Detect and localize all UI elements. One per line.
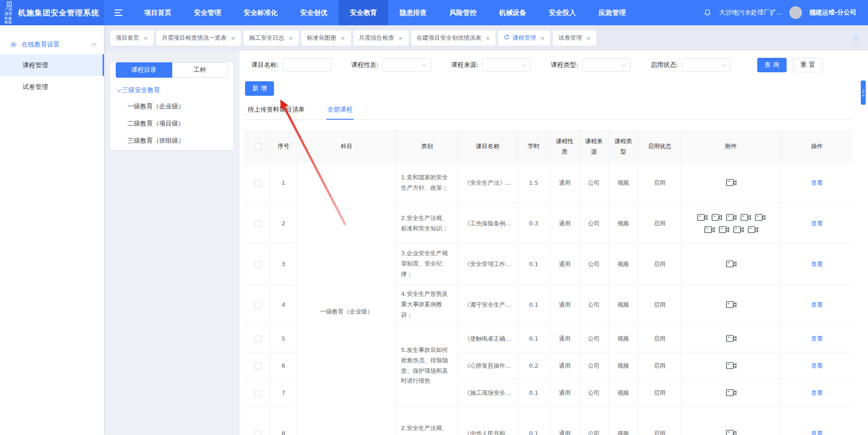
- view-link[interactable]: 查看: [811, 362, 823, 369]
- nav-item-安全标准化[interactable]: 安全标准化: [232, 0, 289, 25]
- nav-item-隐患排查[interactable]: 隐患排查: [388, 0, 438, 25]
- search-button[interactable]: 查 询: [757, 58, 786, 72]
- nav-item-安全教育[interactable]: 安全教育: [339, 0, 388, 25]
- nav-item-安全创优[interactable]: 安全创优: [289, 0, 339, 25]
- video-camera-icon[interactable]: [726, 388, 737, 398]
- drag-handle-icon[interactable]: [861, 80, 866, 105]
- sidebar-item-试卷管理[interactable]: 试卷管理: [0, 76, 104, 98]
- nav-item-机械设备[interactable]: 机械设备: [488, 0, 538, 25]
- reset-button[interactable]: 重 置: [793, 58, 823, 72]
- filter-select[interactable]: [582, 58, 631, 72]
- close-icon[interactable]: ×: [340, 35, 345, 41]
- catalog-tab-课程目录[interactable]: 课程目录: [116, 62, 172, 78]
- row-checkbox[interactable]: [255, 261, 261, 268]
- sidebar-group-online-education[interactable]: 在线教育设置: [0, 35, 104, 54]
- row-checkbox[interactable]: [255, 363, 261, 370]
- row-checkbox[interactable]: [255, 302, 261, 309]
- close-icon[interactable]: ×: [143, 35, 148, 41]
- video-camera-icon[interactable]: [726, 334, 737, 343]
- video-camera-icon[interactable]: [726, 429, 737, 435]
- workspace-tab-施工安全日志[interactable]: 施工安全日志×: [244, 30, 299, 46]
- video-camera-icon[interactable]: [733, 225, 744, 234]
- video-camera-icon[interactable]: [726, 361, 737, 370]
- chevron-up-icon: [91, 43, 96, 48]
- content-tab-全部课程[interactable]: 全部课程: [326, 101, 354, 120]
- tree-node[interactable]: 二级教育（项目级）: [118, 115, 226, 132]
- cell-type: 视频: [609, 379, 638, 407]
- workspace-tab-label: 课程管理: [512, 34, 536, 42]
- workspace-tab-在建项目安全创优情况表[interactable]: 在建项目安全创优情况表×: [411, 30, 496, 46]
- nav-item-安全管理[interactable]: 安全管理: [183, 0, 232, 25]
- cell-type: 视频: [609, 407, 638, 435]
- catalog-tab-工种[interactable]: 工种: [172, 62, 228, 78]
- workspace-tab-项目首页[interactable]: 项目首页×: [110, 30, 154, 46]
- filter-input[interactable]: [283, 58, 331, 72]
- row-checkbox[interactable]: [255, 220, 261, 227]
- avatar[interactable]: [789, 6, 802, 19]
- view-link[interactable]: 查看: [811, 389, 823, 396]
- column-header-课程来源: 课程来源: [580, 131, 609, 163]
- workspace-tab-课程管理[interactable]: 课程管理×: [498, 30, 550, 46]
- workspace-tab-月度综合检查[interactable]: 月度综合检查×: [354, 30, 409, 46]
- view-link[interactable]: 查看: [811, 430, 823, 435]
- close-icon[interactable]: ×: [540, 35, 545, 41]
- row-checkbox[interactable]: [255, 390, 261, 397]
- refresh-icon[interactable]: [504, 34, 512, 42]
- video-camera-icon[interactable]: [718, 225, 730, 234]
- row-checkbox[interactable]: [255, 336, 261, 342]
- workspace-tab-试卷管理[interactable]: 试卷管理×: [553, 30, 596, 46]
- tree-node[interactable]: 三级教育（班组级）: [118, 132, 226, 149]
- user-name[interactable]: 穗建运维-分公司: [809, 9, 856, 17]
- video-camera-icon[interactable]: [726, 213, 737, 222]
- video-camera-icon[interactable]: [747, 225, 759, 234]
- view-link[interactable]: 查看: [811, 301, 823, 308]
- sidebar-item-课程管理[interactable]: 课程管理: [0, 54, 104, 76]
- add-button[interactable]: 新 增: [245, 81, 274, 96]
- cell-type: 视频: [609, 244, 638, 285]
- video-camera-icon[interactable]: [704, 225, 715, 234]
- tree-root-label: 三级安全教育: [122, 86, 160, 94]
- nav-item-项目首页[interactable]: 项目首页: [133, 0, 183, 25]
- collapse-menu-icon[interactable]: [104, 0, 133, 25]
- nav-item-风险管控[interactable]: 风险管控: [438, 0, 488, 25]
- filter-select[interactable]: [482, 58, 531, 72]
- workspace-tab-月度项目检查情况一览表[interactable]: 月度项目检查情况一览表×: [156, 30, 241, 46]
- close-icon[interactable]: ×: [231, 35, 236, 41]
- nav-item-应急管理[interactable]: 应急管理: [587, 0, 637, 25]
- view-link[interactable]: 查看: [811, 179, 823, 186]
- filter-select[interactable]: [382, 58, 431, 72]
- sidebar: 在线教育设置 课程管理试卷管理: [0, 25, 104, 435]
- close-icon[interactable]: ×: [288, 35, 293, 41]
- video-camera-icon[interactable]: [697, 213, 708, 222]
- nav-item-安全投入[interactable]: 安全投入: [538, 0, 587, 25]
- column-header-操作: 操作: [781, 131, 853, 163]
- bell-icon[interactable]: [703, 8, 712, 17]
- video-camera-icon[interactable]: [711, 213, 722, 222]
- row-checkbox[interactable]: [255, 430, 261, 435]
- current-project[interactable]: 大沙地污水处理厂扩...: [719, 9, 782, 17]
- workspace-tab-标准化图册[interactable]: 标准化图册×: [302, 30, 351, 46]
- video-camera-icon[interactable]: [726, 259, 737, 269]
- tree-node-root[interactable]: 三级安全教育: [118, 83, 226, 98]
- attachment-list: [693, 259, 769, 269]
- video-camera-icon[interactable]: [726, 178, 737, 187]
- tree-node[interactable]: 一级教育（企业级）: [118, 98, 226, 115]
- close-icon[interactable]: ×: [486, 35, 491, 41]
- video-camera-icon[interactable]: [726, 300, 737, 309]
- row-checkbox[interactable]: [255, 180, 261, 187]
- close-icon[interactable]: ×: [398, 35, 403, 41]
- video-camera-icon[interactable]: [755, 213, 766, 222]
- view-link[interactable]: 查看: [811, 335, 823, 342]
- select-all-checkbox[interactable]: [255, 143, 261, 150]
- view-link[interactable]: 查看: [811, 261, 823, 267]
- filter-field: 课目名称:: [251, 58, 331, 72]
- cell-source: 公司: [580, 203, 609, 244]
- cell-action: 查看: [781, 285, 853, 325]
- content-tab-待上传资料课目清单[interactable]: 待上传资料课目清单: [247, 101, 306, 119]
- video-camera-icon[interactable]: [740, 213, 751, 222]
- close-icon[interactable]: ×: [586, 35, 591, 41]
- filter-select[interactable]: [682, 58, 731, 72]
- lock-icon[interactable]: [852, 34, 860, 42]
- view-link[interactable]: 查看: [811, 220, 823, 227]
- cell-course-name: 《使触电者正确...: [458, 325, 518, 352]
